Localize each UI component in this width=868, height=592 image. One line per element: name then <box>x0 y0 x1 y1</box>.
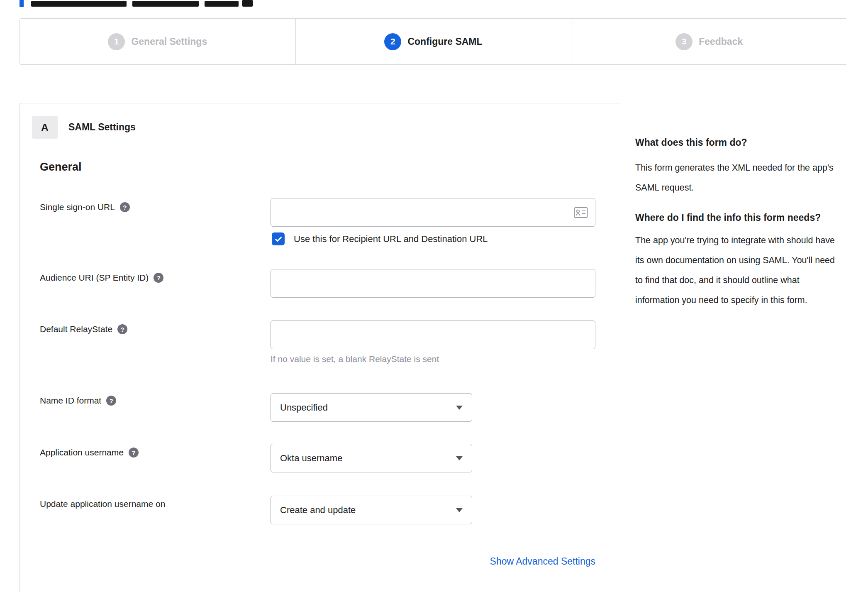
help-icon[interactable]: ? <box>154 273 163 283</box>
chevron-down-icon <box>456 508 463 512</box>
sso-url-label-row: Single sign-on URL ? <box>40 201 130 213</box>
chevron-down-icon <box>456 456 463 460</box>
nameid-format-dropdown[interactable]: Unspecified <box>271 393 472 422</box>
relaystate-input[interactable] <box>271 320 595 349</box>
step-number-badge: 2 <box>384 33 401 50</box>
help-icon[interactable]: ? <box>117 324 127 334</box>
wizard-stepper: 1 General Settings 2 Configure SAML 3 Fe… <box>20 18 847 65</box>
step-number-badge: 3 <box>675 33 692 50</box>
cropped-title-text-fragment <box>205 1 239 7</box>
step-label: General Settings <box>131 36 207 47</box>
step-general-settings[interactable]: 1 General Settings <box>20 19 295 64</box>
app-username-value: Okta username <box>280 453 342 464</box>
recipient-url-checkbox[interactable] <box>272 232 285 245</box>
update-username-label-row: Update application username on <box>40 498 165 510</box>
update-username-value: Create and update <box>280 505 356 516</box>
relaystate-label-row: Default RelayState ? <box>40 323 127 335</box>
general-section-title: General <box>40 161 82 174</box>
saml-configuration-screen: 1 General Settings 2 Configure SAML 3 Fe… <box>0 0 868 592</box>
cropped-title-text-fragment <box>31 1 127 7</box>
help-question-2: Where do I find the info this form needs… <box>635 210 842 225</box>
update-username-dropdown[interactable]: Create and update <box>271 496 472 524</box>
recipient-url-checkbox-label: Use this for Recipient URL and Destinati… <box>294 234 488 245</box>
sso-url-label: Single sign-on URL <box>40 202 115 212</box>
section-a-badge: A <box>32 116 58 139</box>
step-feedback[interactable]: 3 Feedback <box>571 19 847 64</box>
app-username-label: Application username <box>40 448 124 457</box>
sso-url-input[interactable] <box>271 198 595 227</box>
audience-uri-input-wrap <box>271 269 595 298</box>
step-label: Configure SAML <box>407 36 482 47</box>
audience-uri-label-row: Audience URI (SP Entity ID) ? <box>40 272 163 284</box>
relaystate-hint: If no value is set, a blank RelayState i… <box>271 354 439 364</box>
help-question-1: What does this form do? <box>635 135 842 150</box>
panel-title: SAML Settings <box>68 116 136 139</box>
help-icon[interactable]: ? <box>129 448 139 457</box>
help-answer-2: The app you're trying to integrate with … <box>635 230 842 310</box>
checkmark-icon <box>274 235 283 244</box>
saml-settings-panel: A SAML Settings General Single sign-on U… <box>20 103 621 592</box>
step-configure-saml[interactable]: 2 Configure SAML <box>295 19 571 64</box>
step-label: Feedback <box>699 36 743 47</box>
cropped-page-title <box>20 0 310 7</box>
audience-uri-label: Audience URI (SP Entity ID) <box>40 273 149 283</box>
app-username-dropdown[interactable]: Okta username <box>271 444 472 472</box>
cropped-blue-accent-bar <box>20 0 24 7</box>
relaystate-input-wrap <box>271 320 595 349</box>
help-icon[interactable]: ? <box>106 396 116 406</box>
cropped-gear-icon <box>242 0 253 7</box>
relaystate-label: Default RelayState <box>40 324 112 334</box>
show-advanced-settings-link[interactable]: Show Advanced Settings <box>490 556 595 567</box>
update-username-label: Update application username on <box>40 499 165 509</box>
audience-uri-input[interactable] <box>271 269 595 298</box>
help-sidebar: What does this form do? This form genera… <box>635 135 842 310</box>
step-number-badge: 1 <box>108 33 125 50</box>
sso-url-input-wrap <box>271 198 595 227</box>
nameid-format-value: Unspecified <box>280 402 328 413</box>
address-card-icon[interactable] <box>574 207 588 218</box>
app-username-label-row: Application username ? <box>40 446 139 459</box>
help-answer-1: This form generates the XML needed for t… <box>635 158 842 198</box>
chevron-down-icon <box>456 406 463 410</box>
help-icon[interactable]: ? <box>120 202 130 212</box>
nameid-format-label: Name ID format <box>40 396 101 406</box>
recipient-url-checkbox-row: Use this for Recipient URL and Destinati… <box>272 232 488 245</box>
nameid-format-label-row: Name ID format ? <box>40 394 116 407</box>
cropped-title-text-fragment <box>132 1 199 7</box>
